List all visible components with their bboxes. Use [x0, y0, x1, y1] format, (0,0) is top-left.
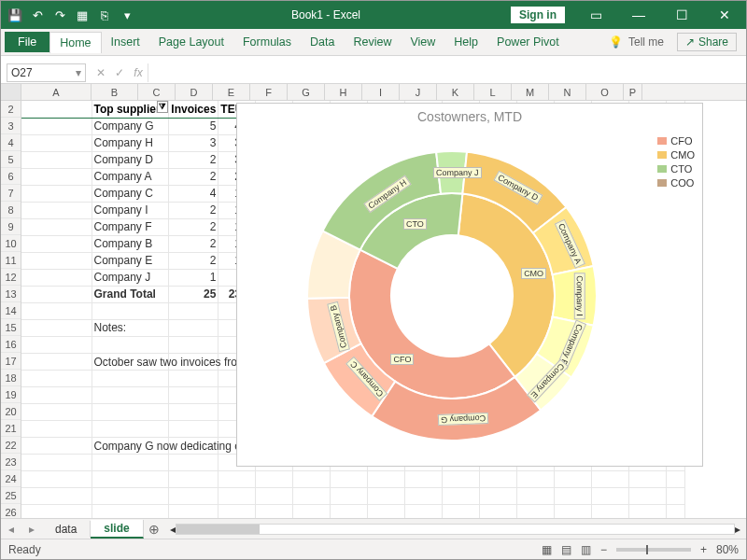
- scroll-track[interactable]: [176, 524, 735, 535]
- tellme-icon[interactable]: 💡: [609, 35, 623, 49]
- cell[interactable]: [21, 487, 92, 504]
- ribbon-display-icon[interactable]: ▭: [574, 1, 617, 29]
- cell[interactable]: [21, 286, 92, 302]
- cell[interactable]: [21, 101, 92, 118]
- cell[interactable]: [169, 403, 218, 420]
- column-header[interactable]: P: [624, 84, 642, 100]
- row-header[interactable]: 7: [1, 185, 21, 202]
- cell[interactable]: [293, 487, 331, 504]
- column-header[interactable]: I: [362, 84, 400, 100]
- column-header[interactable]: F: [250, 84, 288, 100]
- cell[interactable]: 2: [169, 235, 218, 252]
- minimize-icon[interactable]: —: [617, 1, 660, 29]
- sheet-tab-data[interactable]: data: [42, 521, 91, 538]
- cell[interactable]: [629, 504, 667, 518]
- column-header[interactable]: J: [400, 84, 437, 100]
- row-header[interactable]: 6: [1, 168, 21, 185]
- cell[interactable]: [21, 235, 92, 252]
- row-header[interactable]: 18: [1, 370, 21, 386]
- select-all-corner[interactable]: [1, 84, 21, 100]
- tellme-input[interactable]: Tell me: [628, 35, 664, 49]
- row-header[interactable]: 20: [1, 403, 21, 420]
- cell[interactable]: Invoices: [169, 101, 218, 118]
- worksheet-grid[interactable]: ABCDEFGHIJKLMNOP 23456789101112131415161…: [1, 84, 746, 518]
- row-header[interactable]: 9: [1, 218, 21, 235]
- row-header[interactable]: 22: [1, 437, 21, 454]
- cell[interactable]: 2: [169, 218, 218, 235]
- cell[interactable]: [92, 403, 169, 420]
- cell[interactable]: [331, 487, 368, 504]
- cell[interactable]: [331, 504, 368, 518]
- cell[interactable]: [517, 487, 555, 504]
- zoom-level[interactable]: 80%: [716, 543, 739, 556]
- cell[interactable]: [480, 470, 517, 487]
- cell[interactable]: [21, 168, 92, 185]
- view-pagebreak-icon[interactable]: ▥: [581, 543, 591, 556]
- tab-file[interactable]: File: [5, 32, 49, 52]
- cell[interactable]: [92, 504, 169, 518]
- qat-button-icon[interactable]: ⎘: [96, 7, 113, 23]
- cell[interactable]: 1: [169, 269, 218, 286]
- scroll-thumb[interactable]: [176, 525, 261, 534]
- cell[interactable]: [21, 151, 92, 168]
- cell[interactable]: October saw two invoices from Company F,…: [92, 353, 169, 370]
- cell[interactable]: [21, 302, 92, 319]
- column-header[interactable]: C: [138, 84, 176, 100]
- cell[interactable]: [92, 370, 169, 386]
- tab-insert[interactable]: Insert: [102, 32, 149, 52]
- cell[interactable]: [92, 420, 169, 437]
- cell[interactable]: Grand Total: [92, 286, 169, 302]
- cell[interactable]: 5: [169, 118, 218, 134]
- row-header[interactable]: 12: [1, 269, 21, 286]
- tab-power-pivot[interactable]: Power Pivot: [487, 32, 569, 52]
- horizontal-scrollbar[interactable]: ◂ ▸: [164, 523, 746, 536]
- cell[interactable]: [169, 370, 218, 386]
- cell[interactable]: 2: [169, 168, 218, 185]
- close-icon[interactable]: ✕: [703, 1, 746, 29]
- row-header[interactable]: 26: [1, 504, 21, 518]
- zoom-in-icon[interactable]: +: [700, 543, 707, 556]
- cell[interactable]: Notes:: [92, 319, 169, 336]
- cell[interactable]: Company I: [92, 202, 169, 218]
- tab-formulas[interactable]: Formulas: [233, 32, 301, 52]
- cell[interactable]: Company F: [92, 218, 169, 235]
- sign-in-button[interactable]: Sign in: [511, 7, 565, 23]
- column-header[interactable]: B: [92, 84, 138, 100]
- cell[interactable]: [405, 487, 443, 504]
- cell[interactable]: [169, 470, 218, 487]
- column-header[interactable]: E: [213, 84, 250, 100]
- cell[interactable]: [667, 487, 685, 504]
- column-header[interactable]: N: [549, 84, 586, 100]
- cell[interactable]: [629, 470, 667, 487]
- cell[interactable]: [21, 403, 92, 420]
- row-header[interactable]: 11: [1, 252, 21, 269]
- cell[interactable]: [293, 470, 331, 487]
- cell[interactable]: [517, 470, 555, 487]
- cell[interactable]: 4: [169, 185, 218, 202]
- cell[interactable]: [21, 252, 92, 269]
- cell[interactable]: [21, 118, 92, 134]
- cell[interactable]: [256, 470, 293, 487]
- column-header[interactable]: G: [288, 84, 325, 100]
- tab-page-layout[interactable]: Page Layout: [149, 32, 233, 52]
- row-header[interactable]: 14: [1, 302, 21, 319]
- cell[interactable]: [92, 487, 169, 504]
- cell[interactable]: [21, 336, 92, 353]
- cell[interactable]: [443, 487, 480, 504]
- cell[interactable]: [21, 386, 92, 403]
- row-header[interactable]: 24: [1, 470, 21, 487]
- cell[interactable]: 3: [169, 134, 218, 151]
- column-header[interactable]: K: [437, 84, 474, 100]
- cell[interactable]: [169, 386, 218, 403]
- tab-help[interactable]: Help: [444, 32, 487, 52]
- cell[interactable]: [405, 504, 443, 518]
- cell[interactable]: 2: [169, 252, 218, 269]
- column-header[interactable]: L: [474, 84, 512, 100]
- cell[interactable]: Company A: [92, 168, 169, 185]
- row-header[interactable]: 23: [1, 454, 21, 470]
- cell[interactable]: [21, 353, 92, 370]
- column-header[interactable]: O: [586, 84, 624, 100]
- cell[interactable]: [21, 202, 92, 218]
- column-header[interactable]: D: [176, 84, 213, 100]
- cell[interactable]: [443, 470, 480, 487]
